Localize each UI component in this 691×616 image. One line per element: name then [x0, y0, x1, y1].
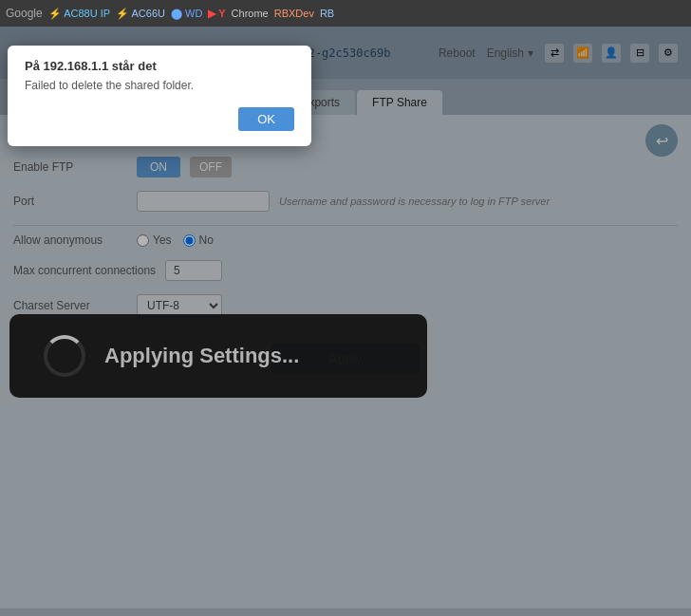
wd-bookmark[interactable]: ⬤ WD [171, 8, 202, 20]
dialog-footer: OK [25, 107, 294, 131]
error-dialog: På 192.168.1.1 står det Failed to delete… [8, 46, 311, 146]
youtube-bookmark[interactable]: ▶ Y [208, 8, 225, 20]
chrome-bookmark[interactable]: Chrome [232, 8, 269, 19]
dialog-overlay: På 192.168.1.1 står det Failed to delete… [0, 27, 691, 616]
browser-icons: Google ⚡ AC88U IP ⚡ AC66U ⬤ WD ▶ Y Chrom… [6, 7, 334, 20]
ok-button[interactable]: OK [238, 107, 294, 131]
google-bookmark[interactable]: Google [6, 7, 43, 20]
ac66u-bookmark[interactable]: ⚡ AC66U [116, 8, 165, 20]
rb-bookmark[interactable]: RB [320, 8, 334, 19]
rbxdev-bookmark[interactable]: RBXDev [274, 8, 314, 19]
dialog-message: Failed to delete the shared folder. [25, 79, 294, 92]
ac88u-bookmark[interactable]: ⚡ AC88U IP [48, 8, 110, 20]
browser-bar: Google ⚡ AC88U IP ⚡ AC66U ⬤ WD ▶ Y Chrom… [0, 0, 691, 27]
dialog-title: På 192.168.1.1 står det [25, 59, 294, 73]
browser-tab: Google ⚡ AC88U IP ⚡ AC66U ⬤ WD ▶ Y Chrom… [6, 7, 334, 20]
page-background: zeless_router Firmware Version: 384.8_al… [0, 27, 691, 616]
